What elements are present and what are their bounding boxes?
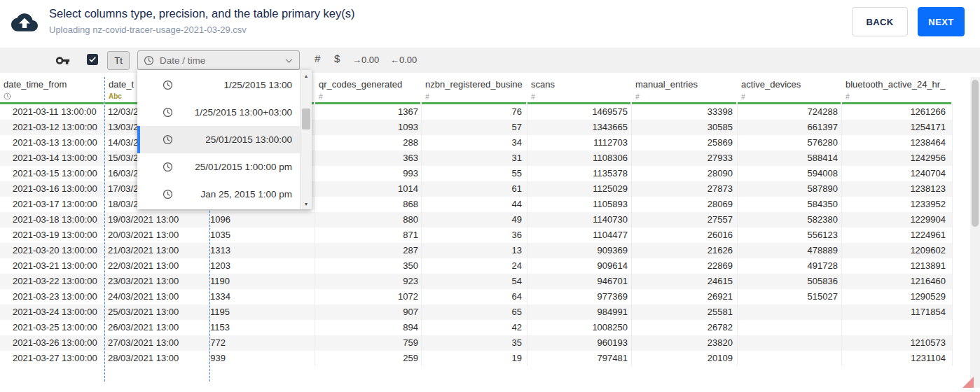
- primary-key-icon[interactable]: [55, 53, 70, 68]
- table-cell: 26782: [632, 320, 738, 335]
- table-cell: 28069: [632, 197, 738, 212]
- column-type-indicator: #: [632, 92, 738, 102]
- vertical-scrollbar-thumb[interactable]: [972, 80, 979, 227]
- table-cell: 57: [422, 120, 527, 135]
- column-header[interactable]: bluetooth_active_24_hr_: [842, 77, 953, 92]
- upload-status-text: Uploading nz-covid-tracer-usage-2021-03-…: [49, 24, 247, 35]
- table-cell: 30585: [632, 120, 738, 135]
- table-cell: 1216460: [842, 274, 953, 289]
- table-cell: 797481: [527, 351, 632, 366]
- dropdown-option-label: Jan 25, 2015 1:00 pm: [173, 189, 300, 200]
- table-cell: 939: [210, 351, 315, 366]
- table-cell: 1240704: [842, 166, 953, 181]
- increase-decimal-button[interactable]: →0.00: [352, 55, 379, 65]
- table-cell: [738, 335, 842, 351]
- scroll-up-arrow-icon[interactable]: ▲: [301, 71, 312, 80]
- table-cell: 1140730: [527, 212, 632, 227]
- table-cell: 1367: [315, 104, 422, 120]
- table-cell: 24: [422, 258, 527, 274]
- table-cell: 880: [315, 212, 422, 227]
- page-title: Select columns type, precision, and the …: [49, 7, 355, 20]
- table-cell: 946701: [527, 274, 632, 289]
- datetime-type-select[interactable]: Date / time: [137, 50, 300, 70]
- table-cell: 505836: [738, 274, 842, 289]
- table-cell: 26/03/2021 13:00: [105, 320, 210, 335]
- column-header[interactable]: active_devices: [738, 77, 842, 92]
- table-cell: 576280: [738, 135, 842, 150]
- table-cell: 1238464: [842, 135, 953, 150]
- currency-type-button[interactable]: $: [334, 52, 340, 64]
- table-cell: 2021-03-11 13:00:00: [0, 104, 105, 120]
- table-cell: 22869: [632, 258, 738, 274]
- table-cell: 1254171: [842, 120, 953, 135]
- column-header[interactable]: date_time_from: [0, 77, 105, 92]
- chevron-down-icon: [284, 55, 294, 66]
- number-type-button[interactable]: #: [315, 52, 320, 64]
- table-cell: 661397: [738, 120, 842, 135]
- table-cell: 27/03/2021 13:00: [105, 335, 210, 351]
- dropdown-option[interactable]: 25/01/2015 13:00:00: [137, 126, 300, 153]
- table-cell: 2021-03-22 13:00:00: [0, 274, 105, 289]
- table-cell: 22/03/2021 13:00: [105, 258, 210, 274]
- table-cell: 1153: [210, 320, 315, 335]
- column-header[interactable]: qr_codes_generated: [315, 77, 422, 92]
- table-cell: 1104477: [527, 227, 632, 243]
- clock-icon: [163, 80, 173, 90]
- dropdown-option[interactable]: Jan 25, 2015 1:00 pm: [137, 181, 300, 208]
- include-column-checkbox[interactable]: [87, 54, 98, 65]
- table-cell: 515027: [738, 289, 842, 304]
- table-cell: 1231104: [842, 351, 953, 366]
- table-cell: 350: [315, 258, 422, 274]
- table-cell: 759: [315, 335, 422, 351]
- table-cell: 1261266: [842, 104, 953, 120]
- dropdown-scrollbar-thumb[interactable]: [302, 108, 310, 130]
- text-type-button[interactable]: Tt: [107, 51, 130, 70]
- column-header[interactable]: manual_entries: [632, 77, 738, 92]
- table-cell: 26016: [632, 227, 738, 243]
- table-cell: 1213891: [842, 258, 953, 274]
- table-cell: 33398: [632, 104, 738, 120]
- table-cell: 2021-03-25 13:00:00: [0, 320, 105, 335]
- table-cell: 24/03/2021 13:00: [105, 289, 210, 304]
- table-cell: 1210573: [842, 335, 953, 351]
- next-button[interactable]: NEXT: [918, 7, 965, 36]
- dropdown-option[interactable]: 1/25/2015 13:00+03:00: [137, 99, 300, 126]
- table-cell: 1112703: [527, 135, 632, 150]
- table-cell: 64: [422, 289, 527, 304]
- table-cell: 2021-03-26 13:00:00: [0, 335, 105, 351]
- back-button[interactable]: BACK: [852, 7, 908, 36]
- table-cell: 868: [315, 197, 422, 212]
- table-cell: 259: [315, 351, 422, 366]
- table-cell: 1096: [210, 212, 315, 227]
- table-row: 2021-03-23 13:00:0024/03/2021 13:0013341…: [0, 289, 953, 304]
- column-header[interactable]: nzbn_registered_busine: [422, 77, 527, 92]
- dropdown-option-label: 1/25/2015 13:00: [173, 80, 300, 90]
- column-type-indicator: #: [315, 92, 422, 102]
- table-cell: 1014: [315, 181, 422, 197]
- table-cell: 1469575: [527, 104, 632, 120]
- table-cell: 491728: [738, 258, 842, 274]
- table-cell: 21/03/2021 13:00: [105, 243, 210, 258]
- vertical-scrollbar[interactable]: [970, 77, 980, 388]
- column-header[interactable]: scans: [527, 77, 632, 92]
- table-cell: 2021-03-19 13:00:00: [0, 227, 105, 243]
- dropdown-option[interactable]: 25/01/2015 1:00:00 pm: [137, 153, 300, 181]
- datetime-select-value: Date / time: [160, 55, 284, 66]
- scroll-down-arrow-icon[interactable]: ▼: [301, 199, 312, 209]
- table-cell: 772: [210, 335, 315, 351]
- table-cell: 1008250: [527, 320, 632, 335]
- table-cell: 871: [315, 227, 422, 243]
- table-cell: 27557: [632, 212, 738, 227]
- table-cell: 1229904: [842, 212, 953, 227]
- dropdown-scrollbar[interactable]: ▲ ▼: [300, 70, 312, 209]
- table-row: 2021-03-21 13:00:0022/03/2021 13:0012033…: [0, 258, 953, 274]
- table-cell: 28/03/2021 13:00: [105, 351, 210, 366]
- table-cell: 1313: [210, 243, 315, 258]
- decrease-decimal-button[interactable]: ←0.00: [390, 55, 417, 65]
- table-cell: 26921: [632, 289, 738, 304]
- dropdown-options-list: 1/25/2015 13:001/25/2015 13:00+03:0025/0…: [137, 70, 300, 209]
- column-type-indicator: #: [842, 92, 953, 102]
- column-type-indicator: #: [738, 92, 842, 102]
- dropdown-option[interactable]: 1/25/2015 13:00: [137, 71, 300, 99]
- table-cell: 44: [422, 197, 527, 212]
